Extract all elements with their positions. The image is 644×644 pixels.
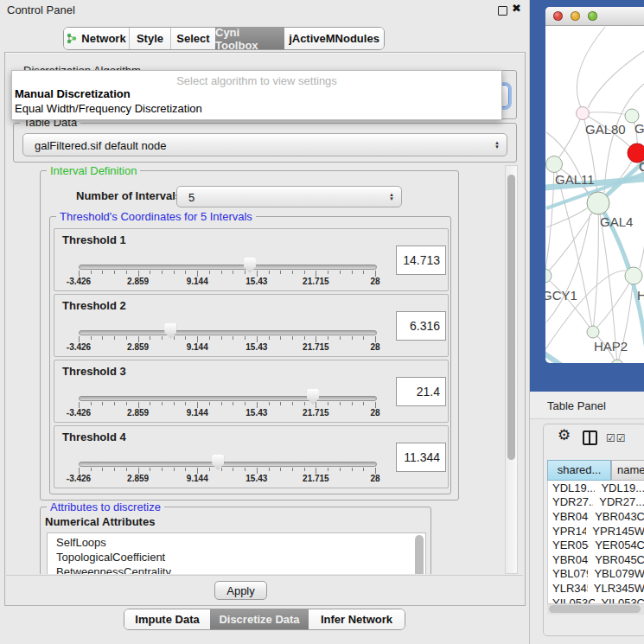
network-canvas[interactable]: GAL80GCGAL11GAL4GCY1HHAP2 <box>545 26 644 363</box>
numerical-attributes-list: SelfLoopsTopologicalCoefficientBetweenne… <box>47 532 426 574</box>
node-n-pink[interactable] <box>577 107 590 120</box>
edge[interactable] <box>554 113 583 164</box>
table-row[interactable]: YIL053CYIL053C <box>548 596 644 603</box>
tab-jactivemnodules[interactable]: jActiveMNodules <box>284 28 384 49</box>
node-label-gal4: GAL4 <box>600 214 633 229</box>
tab-select[interactable]: Select <box>170 28 215 49</box>
table-row[interactable]: YBR045CYBR045C <box>548 552 644 567</box>
combobox-value: galFiltered.sif default node <box>35 138 166 151</box>
node-n-hap2[interactable] <box>587 326 599 338</box>
close-icon[interactable]: ✖ <box>512 2 521 15</box>
threshold-value-field[interactable]: 6.316 <box>396 311 446 341</box>
edge[interactable] <box>583 112 632 116</box>
slider-track[interactable] <box>79 330 377 335</box>
edge[interactable] <box>577 27 605 107</box>
edge[interactable] <box>546 214 590 322</box>
close-traffic-light[interactable] <box>553 11 563 21</box>
cell-name: YDR27... <box>593 495 644 508</box>
node-n-gal4[interactable] <box>587 192 609 214</box>
sliders-container: Threshold 1-3.4262.8599.14415.4321.71528… <box>54 228 449 491</box>
threshold-4-box: Threshold 4-3.4262.8599.14415.4321.71528… <box>54 425 449 488</box>
table-row[interactable]: YDR27...YDR27... <box>548 495 644 510</box>
tab-infer-network[interactable]: Infer Network <box>309 609 405 629</box>
threshold-1-box: Threshold 1-3.4262.8599.14415.4321.71528… <box>54 228 449 291</box>
checkboxes-icon[interactable]: ☑☑ <box>606 432 627 444</box>
list-scrollbar[interactable] <box>415 535 424 574</box>
tab-impute-data[interactable]: Impute Data <box>124 609 210 629</box>
screen: Control Panel ✖ NetworkStyleSelectCyni T… <box>0 0 644 644</box>
tick-label: 21.715 <box>303 408 329 418</box>
cell-name: YBR045C <box>589 553 644 566</box>
float-window-icon[interactable] <box>498 6 507 16</box>
slider-track[interactable] <box>79 462 377 467</box>
node-label-hap2: HAP2 <box>594 339 628 354</box>
cell-name: YBL079W <box>588 567 644 580</box>
threshold-value-field[interactable]: 21.4 <box>396 377 446 406</box>
table-rows: YDL19...YDL19...YDR27...YDR27...YBR043CY… <box>547 481 644 603</box>
number-of-intervals-combobox[interactable]: 5 ▲▼ <box>176 186 402 207</box>
apply-button[interactable]: Apply <box>214 581 267 600</box>
slider-track[interactable] <box>79 265 377 270</box>
table-data-combobox[interactable]: galFiltered.sif default node ▲▼ <box>22 133 507 156</box>
group-title: Interval Definition <box>47 165 140 177</box>
edge[interactable] <box>588 51 644 108</box>
scrollbar-thumb[interactable] <box>507 175 515 460</box>
attribute-item[interactable]: SelfLoops <box>56 535 425 550</box>
tab-cyni-toolbox[interactable]: Cyni Toolbox <box>215 28 284 49</box>
table-row[interactable]: YPR145WYPR145W <box>548 524 644 539</box>
node-n-gcy1[interactable] <box>545 269 552 283</box>
edge[interactable] <box>545 276 593 332</box>
table-row[interactable]: YER054CYER054C <box>548 538 644 552</box>
edge[interactable] <box>545 164 554 276</box>
node-label-h: H <box>637 288 644 303</box>
table-row[interactable]: YLR345WYLR345W <box>548 581 644 596</box>
network-window: GAL80GCGAL11GAL4GCY1HHAP2 <box>545 7 644 363</box>
slider-track[interactable] <box>79 396 377 401</box>
node-label-g: G <box>634 121 644 136</box>
threshold-label: Threshold 1 <box>62 233 126 246</box>
threshold-value-field[interactable]: 11.344 <box>396 443 446 472</box>
table-row[interactable]: YBR043CYBR043C <box>548 509 644 524</box>
network-window-titlebar[interactable] <box>545 7 644 26</box>
vertical-scrollbar[interactable] <box>505 165 518 574</box>
popup-option-manual-discretization[interactable]: Manual Discretization <box>15 87 131 100</box>
cell-name: YPR145W <box>586 525 644 538</box>
node-label-gal80: GAL80 <box>585 122 626 137</box>
edge[interactable] <box>593 203 598 332</box>
zoom-traffic-light[interactable] <box>588 11 597 21</box>
tick-label: 21.715 <box>303 342 329 352</box>
threshold-value-field[interactable]: 14.713 <box>396 245 446 275</box>
horizontal-scrollbar[interactable] <box>547 603 644 615</box>
minimize-traffic-light[interactable] <box>571 11 580 21</box>
tab-style[interactable]: Style <box>129 28 170 49</box>
slider-ticks <box>79 402 376 410</box>
gear-icon[interactable]: ⚙ <box>558 426 571 444</box>
node-n-h[interactable] <box>625 267 642 284</box>
tab-network[interactable]: Network <box>64 28 129 49</box>
threshold-label: Threshold 3 <box>62 365 126 378</box>
attribute-item[interactable]: BetweennessCentrality <box>56 564 425 574</box>
group-title: Attributes to discretize <box>47 501 164 513</box>
column-header-name[interactable]: name <box>611 460 644 481</box>
scrollbar-thumb[interactable] <box>549 605 641 613</box>
tick-label: 2.859 <box>127 474 149 483</box>
node-label-gal11: GAL11 <box>555 172 595 187</box>
cell-shared-name: YBR043C <box>548 510 589 523</box>
table-row[interactable]: YDL19...YDL19... <box>548 481 644 495</box>
tab-label: Cyni Toolbox <box>215 27 284 50</box>
separator <box>6 575 523 576</box>
tab-discretize-data[interactable]: Discretize Data <box>210 609 309 629</box>
attribute-item[interactable]: TopologicalCoefficient <box>56 550 425 564</box>
split-columns-icon[interactable] <box>583 430 597 445</box>
tick-label: 15.43 <box>245 408 267 418</box>
cell-shared-name: YER054C <box>548 539 589 552</box>
thresholds-group: Threshold's Coordinates for 5 Intervals … <box>49 216 451 494</box>
popup-option-equal-width-frequency[interactable]: Equal Width/Frequency Discretization <box>15 102 202 115</box>
node-n-gal11[interactable] <box>546 156 563 173</box>
group-title: Threshold's Coordinates for 5 Intervals <box>56 210 256 223</box>
column-header-shared-name[interactable]: shared... <box>547 460 611 481</box>
tab-label: Style <box>137 32 163 45</box>
table-row[interactable]: YBL079WYBL079W <box>548 567 644 582</box>
network-icon <box>67 33 78 44</box>
node-n-bottom[interactable] <box>611 360 623 363</box>
